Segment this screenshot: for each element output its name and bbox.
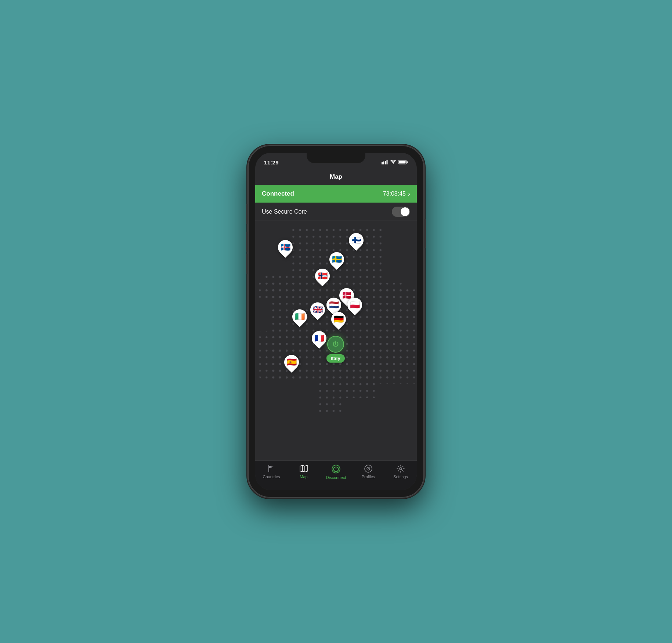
tab-map[interactable]: Map xyxy=(289,464,318,479)
pin-norway[interactable]: 🇳🇴 xyxy=(315,269,330,283)
tab-settings[interactable]: Settings xyxy=(386,464,415,479)
disconnect-icon xyxy=(331,464,341,474)
tab-countries[interactable]: Countries xyxy=(257,464,286,479)
pin-germany[interactable]: 🇩🇪 xyxy=(331,312,346,327)
pin-finland[interactable]: 🇫🇮 xyxy=(349,233,364,248)
tab-settings-label: Settings xyxy=(393,475,408,479)
svg-rect-2 xyxy=(385,161,386,164)
flag-icon xyxy=(267,464,276,473)
tab-profiles-label: Profiles xyxy=(362,475,375,479)
svg-point-22 xyxy=(400,468,402,470)
pin-ireland[interactable]: 🇮🇪 xyxy=(292,309,307,324)
pin-sweden[interactable]: 🇸🇪 xyxy=(329,252,344,267)
connection-timer: 73:08:45 › xyxy=(383,190,410,198)
svg-rect-6 xyxy=(399,161,406,164)
svg-rect-15 xyxy=(255,278,274,297)
secure-core-row: Use Secure Core xyxy=(255,203,417,221)
battery-icon xyxy=(398,160,408,164)
pin-france[interactable]: 🇫🇷 xyxy=(312,331,326,346)
power-icon xyxy=(332,340,340,348)
tab-bar: Countries Map xyxy=(255,460,417,490)
map-area: 🇮🇸 🇳🇴 🇸🇪 🇫🇮 🇩🇰 xyxy=(255,221,417,460)
tab-profiles[interactable]: Profiles xyxy=(354,464,383,479)
secure-core-label: Use Secure Core xyxy=(262,208,307,215)
pin-iceland[interactable]: 🇮🇸 xyxy=(278,240,293,255)
app-content: 11:29 xyxy=(255,153,417,490)
svg-rect-13 xyxy=(365,288,417,384)
toggle-knob xyxy=(401,207,409,216)
status-time: 11:29 xyxy=(264,159,279,166)
pin-netherlands[interactable]: 🇳🇱 xyxy=(326,298,341,312)
tab-map-label: Map xyxy=(300,475,307,479)
screen: 11:29 xyxy=(255,153,417,490)
tab-disconnect-label: Disconnect xyxy=(326,475,346,480)
secure-core-toggle[interactable] xyxy=(392,207,410,217)
tab-countries-label: Countries xyxy=(263,475,280,479)
italy-label: Italy xyxy=(326,354,345,363)
connected-status: Connected xyxy=(262,190,294,197)
nav-title: Map xyxy=(330,173,342,181)
italy-power-button[interactable] xyxy=(327,336,344,353)
signal-icon xyxy=(382,160,388,164)
svg-rect-0 xyxy=(382,162,383,164)
svg-rect-10 xyxy=(259,331,307,379)
svg-rect-3 xyxy=(387,160,388,164)
settings-icon xyxy=(396,464,405,473)
map-icon xyxy=(299,464,308,473)
connected-banner[interactable]: Connected 73:08:45 › xyxy=(255,185,417,203)
profiles-icon xyxy=(364,464,373,473)
pin-poland[interactable]: 🇵🇱 xyxy=(347,298,362,312)
pin-italy-active[interactable]: Italy xyxy=(326,336,345,363)
notch xyxy=(307,153,365,163)
status-icons xyxy=(382,160,408,164)
svg-point-21 xyxy=(368,468,369,469)
phone-shell: 11:29 xyxy=(248,145,424,498)
svg-rect-5 xyxy=(407,161,408,163)
chevron-right-icon: › xyxy=(408,190,410,198)
pin-spain[interactable]: 🇪🇸 xyxy=(284,355,299,370)
tab-disconnect[interactable]: Disconnect xyxy=(321,464,351,480)
wifi-icon xyxy=(390,160,396,164)
svg-rect-1 xyxy=(383,161,384,164)
pin-uk[interactable]: 🇬🇧 xyxy=(310,302,325,317)
